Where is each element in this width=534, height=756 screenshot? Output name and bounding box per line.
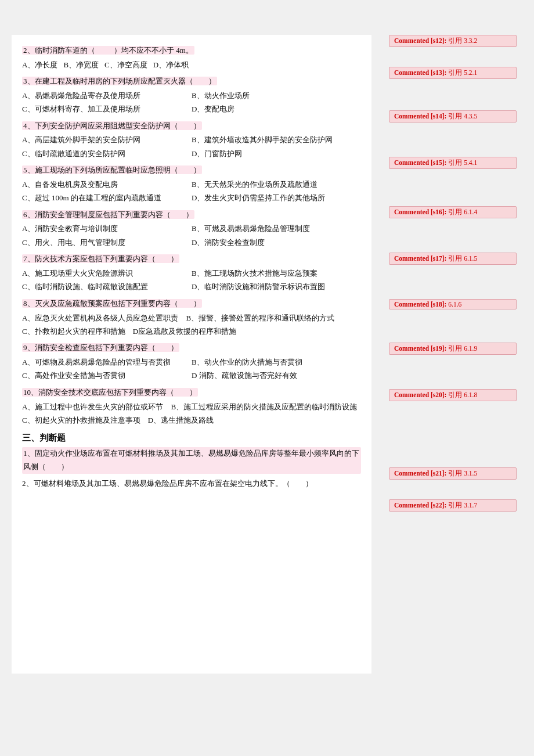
question-9: 9、消防安全检查应包括下列重要内容（ ） A、可燃物及易燃易爆危险品的管理与否贯… bbox=[22, 341, 361, 383]
q10-title: 10、消防安全技术交底应包括下列重要内容（ ） bbox=[22, 386, 361, 399]
page-wrapper: 2、临时消防车道的（ ）均不应不不小于 4m。 A、净长度 B、净宽度 C、净空… bbox=[0, 0, 534, 756]
q8-title: 8、灭火及应急疏散预案应包括下列重要内容（ ） bbox=[22, 297, 361, 311]
j2-text: 2、可燃材料堆场及其加工场、易燃易爆危险品库房不应布置在架空电力线下。（ ） bbox=[22, 477, 361, 491]
question-4: 4、下列安全防护网应采用阻燃型安全防护网（ ） A、高层建筑外脚手架的安全防护网… bbox=[22, 120, 361, 161]
comment-s14-text: 引用 4.3.5 bbox=[448, 113, 477, 120]
comment-s17: Commented [s17]: 引用 6.1.5 bbox=[389, 253, 517, 265]
q7-opt-d: D、临时消防设施和消防警示标识布置图 bbox=[192, 280, 361, 293]
q6-opt-d: D、消防安全检查制度 bbox=[192, 236, 361, 249]
q4-opt-d: D、门窗防护网 bbox=[192, 147, 361, 160]
q9-opt-d: D 消防、疏散设施与否完好有效 bbox=[192, 369, 361, 382]
q10-opt-line1: A、施工过程中也许发生火灾的部位或环节 B、施工过程应采用的防火措施及应配置的临… bbox=[22, 400, 361, 413]
comment-s19: Commented [s19]: 引用 6.1.9 bbox=[389, 343, 517, 355]
comment-s21: Commented [s21]: 引用 3.1.5 bbox=[389, 467, 517, 480]
comment-s20-text: 引用 6.1.8 bbox=[448, 391, 477, 398]
comment-s22: Commented [s22]: 引用 3.1.7 bbox=[389, 499, 517, 512]
q7-title: 7、防火技术方案应包括下列重要内容（ ） bbox=[22, 253, 361, 266]
q7-opt-a: A、施工现场重大火灾危险源辨识 bbox=[22, 267, 192, 280]
q2-opt-c: C、净空高度 bbox=[104, 58, 147, 71]
q4-opt-b: B、建筑外墙改造其外脚手架的安全防护网 bbox=[192, 133, 361, 146]
q5-opt-b: B、无天然采光的作业场所及疏散通道 bbox=[192, 178, 361, 191]
q4-opt-a: A、高层建筑外脚手架的安全防护网 bbox=[22, 133, 192, 146]
q9-title: 9、消防安全检查应包括下列重要内容（ ） bbox=[22, 341, 361, 355]
question-5: 5、施工现场的下列场所应配置临时应急照明（ ） A、自备发电机房及变配电房 B、… bbox=[22, 164, 361, 205]
comment-s15-text: 引用 5.4.1 bbox=[448, 159, 477, 166]
comment-s13: Commented [s13]: 引用 5.2.1 bbox=[389, 67, 517, 79]
q3-title: 3、在建工程及临时用房的下列场所应配置灭火器（ ） bbox=[22, 75, 361, 88]
q2-opt-d: D、净体积 bbox=[153, 58, 189, 71]
q6-opt-c: C、用火、用电、用气管理制度 bbox=[22, 236, 192, 249]
q4-opt-c: C、临时疏散通道的安全防护网 bbox=[22, 147, 192, 160]
comment-s22-text: 引用 3.1.7 bbox=[448, 502, 477, 509]
q4-options: A、高层建筑外脚手架的安全防护网 B、建筑外墙改造其外脚手架的安全防护网 C、临… bbox=[22, 133, 361, 160]
q5-opt-a: A、自备发电机房及变配电房 bbox=[22, 178, 192, 191]
q2-opt-b: B、净宽度 bbox=[63, 58, 99, 71]
q6-options: A、消防安全教育与培训制度 B、可燃及易燃易爆危险品管理制度 C、用火、用电、用… bbox=[22, 222, 361, 249]
comment-s18: Commented [s18]: 6.1.6 bbox=[389, 299, 517, 309]
q3-options: A、易燃易爆危险品寄存及使用场所 B、动火作业场所 C、可燃材料寄存、加工及使用… bbox=[22, 89, 361, 116]
comment-s21-text: 引用 3.1.5 bbox=[448, 470, 477, 477]
question-10: 10、消防安全技术交底应包括下列重要内容（ ） A、施工过程中也许发生火灾的部位… bbox=[22, 386, 361, 427]
q10-opt-line2: C、初起火灾的扑救措施及注意事项 D、逃生措施及路线 bbox=[22, 413, 361, 427]
q6-title: 6、消防安全管理制度应包括下列重要内容（ ） bbox=[22, 208, 361, 222]
q3-opt-b: B、动火作业场所 bbox=[192, 89, 361, 102]
q7-opt-c: C、临时消防设施、临时疏散设施配置 bbox=[22, 280, 192, 293]
comment-area: Commented [s12]: 引用 3.3.2 Commented [s13… bbox=[371, 35, 517, 674]
q7-opt-b: B、施工现场防火技术措施与应急预案 bbox=[192, 267, 361, 280]
q9-opt-c: C、高处作业安全措施与否贯彻 bbox=[22, 369, 192, 382]
comment-s16: Commented [s16]: 引用 6.1.4 bbox=[389, 206, 517, 218]
judge-1: 1、固定动火作业场应布置在可燃材料推场及其加工场、易燃易爆危险品库房等整年最小频… bbox=[22, 447, 361, 474]
q3-opt-a: A、易燃易爆危险品寄存及使用场所 bbox=[22, 89, 192, 102]
q10-options: A、施工过程中也许发生火灾的部位或环节 B、施工过程应采用的防火措施及应配置的临… bbox=[22, 400, 361, 427]
q5-options: A、自备发电机房及变配电房 B、无天然采光的作业场所及疏散通道 C、超过 100… bbox=[22, 178, 361, 205]
q6-opt-a: A、消防安全教育与培训制度 bbox=[22, 222, 192, 235]
q2-title: 2、临时消防车道的（ ）均不应不不小于 4m。 bbox=[22, 44, 361, 57]
j1-text: 1、固定动火作业场应布置在可燃材料推场及其加工场、易燃易爆危险品库房等整年最小频… bbox=[22, 447, 361, 474]
question-2: 2、临时消防车道的（ ）均不应不不小于 4m。 A、净长度 B、净宽度 C、净空… bbox=[22, 44, 361, 71]
comment-s12: Commented [s12]: 引用 3.3.2 bbox=[389, 35, 517, 47]
q9-options: A、可燃物及易燃易爆危险品的管理与否贯彻 B、动火作业的防火措施与否贯彻 C、高… bbox=[22, 355, 361, 383]
comment-s16-text: 引用 6.1.4 bbox=[448, 208, 477, 215]
q6-opt-b: B、可燃及易燃易爆危险品管理制度 bbox=[192, 222, 361, 235]
comment-s13-text: 引用 5.2.1 bbox=[448, 69, 477, 76]
q4-title: 4、下列安全防护网应采用阻燃型安全防护网（ ） bbox=[22, 120, 361, 133]
comment-s15: Commented [s15]: 引用 5.4.1 bbox=[389, 157, 517, 169]
judge-2: 2、可燃材料堆场及其加工场、易燃易爆危险品库房不应布置在架空电力线下。（ ） bbox=[22, 477, 361, 491]
q7-options: A、施工现场重大火灾危险源辨识 B、施工现场防火技术措施与应急预案 C、临时消防… bbox=[22, 267, 361, 294]
comment-s20: Commented [s20]: 引用 6.1.8 bbox=[389, 389, 517, 401]
q3-opt-d: D、变配电房 bbox=[192, 102, 361, 116]
question-6: 6、消防安全管理制度应包括下列重要内容（ ） A、消防安全教育与培训制度 B、可… bbox=[22, 208, 361, 250]
q9-opt-a: A、可燃物及易燃易爆危险品的管理与否贯彻 bbox=[22, 355, 192, 369]
q8-opt-line1: A、应急灭火处置机构及各级人员应急处置职责 B、报警、接警处置的程序和通讯联络的… bbox=[22, 311, 361, 325]
q9-opt-b: B、动火作业的防火措施与否贯彻 bbox=[192, 355, 361, 369]
q5-opt-c: C、超过 100m 的在建工程的室内疏散通道 bbox=[22, 191, 192, 204]
question-7: 7、防火技术方案应包括下列重要内容（ ） A、施工现场重大火灾危险源辨识 B、施… bbox=[22, 253, 361, 294]
q8-options: A、应急灭火处置机构及各级人员应急处置职责 B、报警、接警处置的程序和通讯联络的… bbox=[22, 311, 361, 339]
q3-opt-c: C、可燃材料寄存、加工及使用场所 bbox=[22, 102, 192, 116]
document-area: 2、临时消防车道的（ ）均不应不不小于 4m。 A、净长度 B、净宽度 C、净空… bbox=[12, 35, 522, 674]
comment-s14: Commented [s14]: 引用 4.3.5 bbox=[389, 110, 517, 123]
section-3-title: 三、判断题 bbox=[22, 433, 361, 444]
question-3: 3、在建工程及临时用房的下列场所应配置灭火器（ ） A、易燃易爆危险品寄存及使用… bbox=[22, 75, 361, 116]
q8-opt-line2: C、扑救初起火灾的程序和措施 D应急疏散及救援的程序和措施 bbox=[22, 325, 361, 338]
comment-s18-text: 6.1.6 bbox=[448, 301, 461, 308]
q2-options: A、净长度 B、净宽度 C、净空高度 D、净体积 bbox=[22, 58, 361, 71]
q5-opt-d: D、发生火灾时仍需坚持工作的其他场所 bbox=[192, 191, 361, 204]
comment-s17-text: 引用 6.1.5 bbox=[448, 255, 477, 262]
question-8: 8、灭火及应急疏散预案应包括下列重要内容（ ） A、应急灭火处置机构及各级人员应… bbox=[22, 297, 361, 339]
comment-s12-text: 引用 3.3.2 bbox=[448, 37, 477, 44]
q5-title: 5、施工现场的下列场所应配置临时应急照明（ ） bbox=[22, 164, 361, 177]
main-content: 2、临时消防车道的（ ）均不应不不小于 4m。 A、净长度 B、净宽度 C、净空… bbox=[12, 35, 371, 674]
q2-opt-a: A、净长度 bbox=[22, 58, 57, 71]
comment-s19-text: 引用 6.1.9 bbox=[448, 345, 477, 352]
